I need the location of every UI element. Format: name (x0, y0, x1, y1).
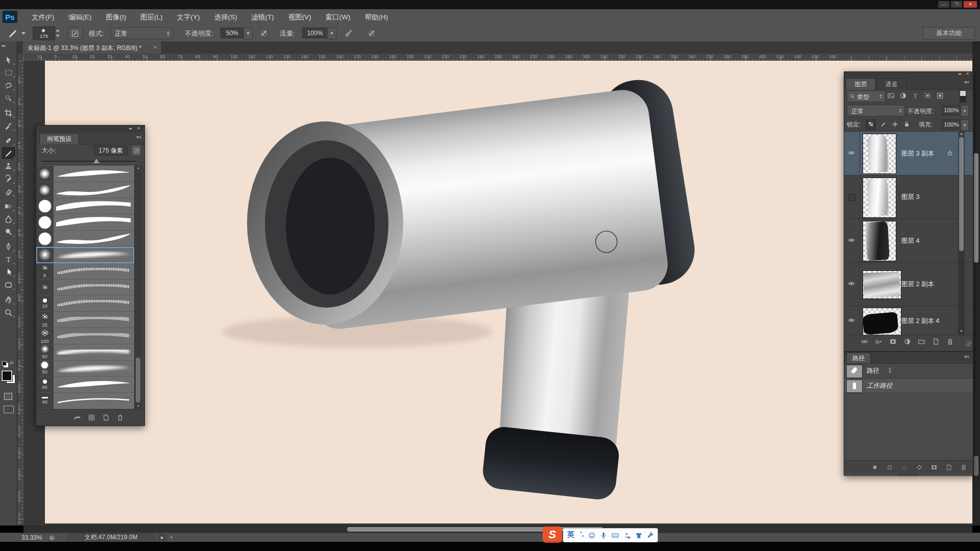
brush-preset-row[interactable]: 10 (36, 295, 134, 312)
horizontal-scrollbar[interactable] (23, 525, 972, 533)
default-colors-icon[interactable] (2, 361, 7, 366)
brush-preset-row[interactable]: 65 (36, 377, 134, 393)
brush-list-scrollbar[interactable]: ▲ ▼ (134, 165, 142, 409)
brush-size-field[interactable]: 175 像素 (94, 145, 128, 156)
menu-item-4[interactable]: 文字(Y) (170, 13, 207, 22)
brush-preset-row[interactable]: 100 (36, 328, 134, 344)
layers-opacity-value[interactable]: 100% (942, 105, 961, 115)
path-operations-icon[interactable] (915, 463, 923, 471)
canvas-area[interactable] (23, 61, 972, 525)
visibility-eye-icon[interactable] (848, 281, 856, 287)
paths-panel-menu-icon[interactable]: ▾≡ (964, 354, 969, 359)
swap-colors-icon[interactable]: ⇄ (10, 360, 14, 365)
panel-corner-grip[interactable] (965, 340, 971, 346)
panel-resize-grip[interactable] (898, 474, 919, 475)
brush-preset-row[interactable] (36, 280, 134, 296)
eyedropper-tool[interactable] (2, 119, 15, 132)
menu-item-7[interactable]: 视图(V) (281, 13, 318, 22)
sogou-logo[interactable]: S (543, 527, 562, 543)
fill-dropdown-icon[interactable]: ▼ (961, 119, 969, 131)
path-name[interactable]: 路径 (867, 367, 879, 375)
adjustment-filter-icon[interactable] (899, 92, 909, 101)
mic-icon[interactable] (600, 532, 607, 539)
layer-scroll-thumb[interactable] (959, 137, 964, 251)
tab-close-icon[interactable]: ✕ (152, 44, 158, 51)
layer-thumbnail[interactable] (863, 308, 901, 335)
path-name[interactable]: 工作路径 (867, 382, 892, 390)
layer-row[interactable]: 图层 2 副本 (844, 263, 973, 307)
close-button[interactable]: ✕ (964, 1, 977, 8)
layer-name[interactable]: 图层 2 副本 (901, 280, 934, 289)
artboard[interactable] (45, 61, 972, 523)
lock-transparency-icon[interactable] (866, 119, 876, 130)
layer-thumbnail[interactable] (863, 134, 896, 174)
panel-close-icon[interactable]: ✕ (137, 126, 140, 131)
brush-preset-row[interactable] (36, 214, 134, 231)
tablet-pressure-opacity-icon[interactable] (258, 28, 270, 39)
brush-preset-row[interactable]: 8 (36, 263, 134, 280)
new-group-icon[interactable] (917, 337, 926, 346)
lock-all-icon[interactable] (902, 120, 911, 129)
gradient-tool[interactable] (2, 200, 15, 212)
move-tool[interactable] (2, 54, 15, 66)
visibility-eye-icon[interactable] (848, 317, 856, 323)
menu-item-6[interactable]: 滤镜(T) (244, 13, 281, 22)
layer-thumbnail[interactable] (863, 270, 901, 299)
horizontal-ruler[interactable]: 1001020304050607080901001101201301401501… (23, 54, 972, 61)
mask-from-path-icon[interactable] (930, 463, 938, 471)
mode-dropdown[interactable]: 正常 (110, 28, 174, 39)
layer-thumbnail[interactable] (863, 221, 896, 261)
new-brush-icon[interactable] (101, 412, 111, 422)
new-layer-icon[interactable] (931, 337, 940, 346)
blend-mode-dropdown[interactable]: 正常 (847, 105, 905, 116)
path-thumbnail[interactable] (846, 365, 863, 378)
keyboard-icon[interactable] (611, 532, 619, 539)
new-path-icon[interactable] (945, 463, 953, 471)
layer-list-scrollbar[interactable]: ▲ ▼ (958, 131, 965, 335)
brush-preset-row[interactable]: 25 (36, 312, 134, 328)
history-brush-tool[interactable] (2, 172, 15, 185)
filter-switch-toggle[interactable] (960, 90, 966, 103)
tab-brush-presets[interactable]: 画笔预设 (39, 133, 79, 144)
menu-item-9[interactable]: 帮助(H) (357, 13, 395, 22)
vertical-scrollbar[interactable] (972, 41, 980, 525)
stroke-preview-toggle-icon[interactable] (72, 412, 82, 422)
toolbox-collapse-icon[interactable]: ▸▸ (2, 43, 5, 48)
brush-size-slider-thumb[interactable] (93, 159, 100, 163)
brush-preset-row[interactable]: 50 (36, 361, 134, 377)
path-row[interactable]: 路径1 (844, 364, 973, 379)
delete-layer-icon[interactable] (945, 337, 954, 346)
visibility-eye-icon[interactable] (848, 237, 856, 243)
layer-row[interactable]: 图层 2 副本 4 (844, 306, 973, 335)
panel-menu-icon[interactable]: ▾≡ (136, 135, 141, 140)
layer-name[interactable]: 图层 3 (901, 193, 919, 202)
brush-tool-preset-icon[interactable] (5, 28, 20, 39)
status-collapse-icon[interactable]: ◂ (170, 535, 172, 539)
stroke-path-icon[interactable] (886, 463, 894, 471)
foreground-color-swatch[interactable] (2, 370, 12, 381)
status-flyout-button[interactable]: ▶ (158, 534, 166, 541)
eraser-tool[interactable] (2, 185, 15, 197)
flow-dropdown-icon[interactable]: ▼ (327, 28, 336, 39)
brush-preset-row[interactable] (36, 231, 134, 247)
toggle-brush-panel-icon[interactable] (67, 27, 83, 40)
layer-name[interactable]: 图层 3 副本 (901, 149, 934, 158)
menu-item-8[interactable]: 窗口(W) (318, 13, 358, 22)
quick-mask-icon[interactable] (3, 391, 14, 402)
tool-preset-arrow-icon[interactable] (21, 32, 26, 35)
menu-item-1[interactable]: 编辑(E) (61, 13, 99, 22)
maximize-button[interactable]: ❐ (951, 1, 962, 8)
brush-preset-row[interactable]: 40 (36, 393, 134, 409)
toolbox-icon[interactable] (647, 532, 654, 539)
add-mask-icon[interactable] (888, 337, 897, 346)
delete-brush-icon[interactable] (115, 412, 125, 422)
screen-mode-icon[interactable] (4, 406, 14, 413)
brush-size-spinner[interactable] (55, 27, 60, 39)
menu-item-3[interactable]: 图层(L) (133, 13, 170, 22)
flow-value[interactable]: 100% (302, 28, 328, 38)
type-filter-icon[interactable]: T (912, 92, 921, 101)
layer-row[interactable]: 图层 3 (844, 176, 973, 219)
ime-punct-toggle[interactable]: ’, (578, 529, 586, 538)
ruler-corner[interactable] (17, 54, 24, 61)
blur-tool[interactable] (2, 213, 15, 225)
